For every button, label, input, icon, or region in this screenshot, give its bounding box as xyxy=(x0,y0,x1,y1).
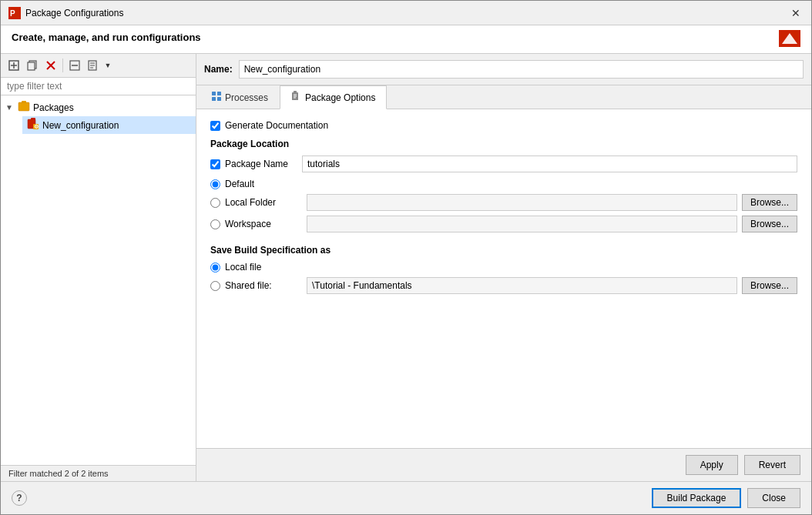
package-name-checkbox[interactable] xyxy=(210,159,220,169)
local-folder-radio[interactable] xyxy=(210,198,220,208)
main-content: ▼ ▼ Packages xyxy=(1,54,811,481)
save-build-title: Save Build Specification as xyxy=(210,245,797,256)
subtitle-text: Create, manage, and run configurations xyxy=(12,32,201,43)
packages-label: Packages xyxy=(33,102,74,113)
package-name-input[interactable] xyxy=(302,156,797,172)
shared-file-radio[interactable] xyxy=(210,281,220,291)
svg-text:⚙: ⚙ xyxy=(34,124,39,129)
local-folder-label: Local Folder xyxy=(225,197,302,208)
workspace-input[interactable] xyxy=(307,216,737,232)
title-bar: P Package Configurations ✕ xyxy=(1,1,811,25)
apply-button[interactable]: Apply xyxy=(686,455,738,475)
svg-text:P: P xyxy=(10,9,15,18)
filter-input[interactable] xyxy=(1,78,196,95)
revert-button[interactable]: Revert xyxy=(744,455,800,475)
local-folder-browse-button[interactable]: Browse... xyxy=(742,194,797,211)
generate-docs-row: Generate Documentation xyxy=(210,120,797,131)
svg-rect-28 xyxy=(217,97,221,101)
name-input[interactable] xyxy=(239,60,804,79)
shared-file-label: Shared file: xyxy=(225,280,302,291)
tree-arrow-packages: ▼ xyxy=(5,103,15,112)
footer-buttons: Build Package Close xyxy=(652,488,800,508)
bottom-bar: Apply Revert xyxy=(196,448,811,481)
local-file-radio[interactable] xyxy=(210,263,220,273)
help-button[interactable]: ? xyxy=(12,490,27,506)
tabs-bar: Processes Package Options xyxy=(196,85,811,109)
package-options-tab-icon xyxy=(291,91,302,104)
status-bar: Filter matched 2 of 2 items xyxy=(1,465,196,481)
shared-file-input[interactable] xyxy=(307,277,737,294)
dialog-title: Package Configurations xyxy=(25,8,123,18)
workspace-radio[interactable] xyxy=(210,219,220,229)
workspace-row: Workspace Browse... xyxy=(210,216,797,232)
right-panel: Name: Processes xyxy=(196,54,811,481)
brand-icon xyxy=(779,30,800,47)
package-location-title: Package Location xyxy=(210,139,797,149)
workspace-browse-button[interactable]: Browse... xyxy=(742,216,797,232)
svg-rect-26 xyxy=(217,92,221,95)
subtitle-bar: Create, manage, and run configurations xyxy=(1,25,811,54)
copy-config-button[interactable] xyxy=(24,57,41,74)
local-folder-input[interactable] xyxy=(307,194,737,211)
package-name-row: Package Name xyxy=(210,156,797,172)
delete-config-button[interactable] xyxy=(42,57,59,74)
svg-rect-27 xyxy=(212,97,216,101)
name-label: Name: xyxy=(204,64,233,75)
toolbar-dropdown: ▼ xyxy=(85,57,113,74)
footer-bar: ? Build Package Close xyxy=(1,481,811,514)
packages-icon xyxy=(18,100,30,115)
package-options-tab-label: Package Options xyxy=(305,92,375,103)
footer-close-button[interactable]: Close xyxy=(747,488,800,508)
status-text: Filter matched 2 of 2 items xyxy=(8,469,109,478)
dropdown-arrow-button[interactable]: ▼ xyxy=(102,57,113,74)
shared-file-row: Shared file: Browse... xyxy=(210,277,797,294)
processes-tab-icon xyxy=(211,91,222,104)
close-button[interactable]: ✕ xyxy=(788,5,804,21)
svg-rect-8 xyxy=(28,62,35,70)
toolbar: ▼ xyxy=(1,54,196,78)
title-bar-left: P Package Configurations xyxy=(8,7,123,19)
more-options-button[interactable] xyxy=(85,57,102,74)
local-file-row: Local file xyxy=(210,262,797,273)
tree-area: ▼ Packages xyxy=(1,95,196,465)
default-radio[interactable] xyxy=(210,179,220,189)
package-name-label: Package Name xyxy=(225,159,297,169)
default-radio-row: Default xyxy=(210,179,797,189)
local-file-label: Local file xyxy=(225,262,302,273)
svg-rect-30 xyxy=(294,91,297,93)
svg-rect-21 xyxy=(31,118,35,122)
tree-item-config[interactable]: ⚙ New_configuration xyxy=(22,116,196,134)
config-label: New_configuration xyxy=(42,120,119,131)
left-panel: ▼ ▼ Packages xyxy=(1,54,196,481)
tree-item-packages[interactable]: ▼ Packages xyxy=(1,99,196,116)
toolbar-separator xyxy=(62,59,63,72)
generate-docs-label: Generate Documentation xyxy=(225,120,328,131)
app-icon: P xyxy=(8,7,21,19)
collapse-button[interactable] xyxy=(66,57,83,74)
name-bar: Name: xyxy=(196,54,811,85)
content-area: Generate Documentation Package Location … xyxy=(196,109,811,448)
tab-processes[interactable]: Processes xyxy=(200,85,280,109)
config-icon: ⚙ xyxy=(27,118,39,132)
processes-tab-label: Processes xyxy=(225,92,268,103)
shared-file-browse-button[interactable]: Browse... xyxy=(742,277,797,294)
tab-package-options[interactable]: Package Options xyxy=(280,85,387,109)
generate-docs-checkbox[interactable] xyxy=(210,121,220,131)
tree-child-area: ⚙ New_configuration xyxy=(1,116,196,134)
svg-rect-25 xyxy=(212,92,216,95)
workspace-label: Workspace xyxy=(225,219,302,229)
dialog-container: P Package Configurations ✕ Create, manag… xyxy=(0,0,812,515)
build-package-button[interactable]: Build Package xyxy=(652,488,742,508)
new-config-button[interactable] xyxy=(5,57,22,74)
local-folder-row: Local Folder Browse... xyxy=(210,194,797,211)
default-label: Default xyxy=(225,179,302,189)
